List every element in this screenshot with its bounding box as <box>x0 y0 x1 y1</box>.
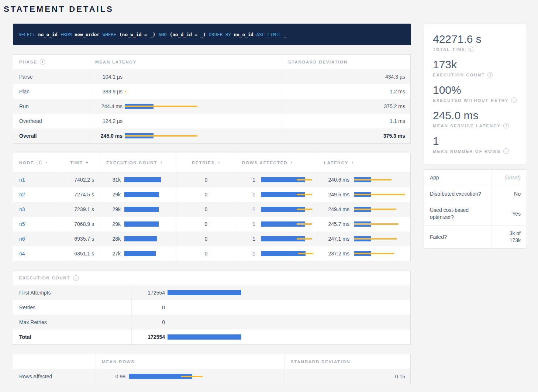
retries-value: 0 <box>176 246 236 261</box>
phase-label: Parse <box>13 69 89 84</box>
app-value: (unset) <box>504 174 521 181</box>
phase-label: Plan <box>13 84 89 99</box>
stat-mean-service-latency: 245.0 ms MEAN SERVICE LATENCYi <box>433 109 518 128</box>
latency-column-header[interactable]: LATENCY ▼ <box>318 153 411 172</box>
std-dev-value: 434.3 µs <box>282 69 411 84</box>
rows-affected-header-label: ROWS AFFECTED <box>242 161 287 165</box>
summary-stats-card: 42271.6 s TOTAL TIMEi 173k EXECUTION COU… <box>424 24 527 164</box>
app-details-card: App (unset) Distributed execution? No Us… <box>424 169 527 249</box>
sql-identifier: no_o_id <box>234 32 254 37</box>
rows-affected-column-header[interactable]: ROWS AFFECTED ▼ <box>236 153 318 172</box>
execution-count-column-header[interactable]: EXECUTION COUNT ▼ <box>100 153 176 172</box>
time-value: 7274.5 s <box>64 187 100 202</box>
phase-label: Overhead <box>13 114 89 128</box>
stat-value: 173k <box>433 58 518 71</box>
latency-value: 249.4 ms <box>324 206 349 212</box>
distributed-execution-row: Distributed execution? No <box>424 186 527 202</box>
sort-desc-icon[interactable]: ▼ <box>351 161 354 164</box>
node-link[interactable]: n6 <box>19 236 25 242</box>
app-row: App (unset) <box>424 170 527 186</box>
mean-rows-value: 0.98 <box>102 374 125 379</box>
std-dev-value: 375.2 ms <box>282 99 411 114</box>
sql-keyword: AND <box>158 32 167 37</box>
rows-affected-value: 1 <box>242 206 255 212</box>
sql-expression: (no_d_id = _) <box>170 32 206 37</box>
stat-executed-without-retry: 100% EXECUTED WITHOUT RETRYi <box>433 84 518 103</box>
execution-count-value: 28k <box>106 236 121 242</box>
sort-desc-icon[interactable]: ▼ <box>160 161 163 164</box>
sql-keyword: ASC LIMIT <box>256 32 282 37</box>
time-value: 7239.1 s <box>64 202 100 217</box>
info-icon[interactable]: i <box>503 123 509 128</box>
table-row: n5 7068.9 s 29k 0 1 245.7 ms <box>13 217 410 231</box>
execution-count-table: EXECUTION COUNT i First Attempts 172554 … <box>13 271 411 345</box>
sql-keyword: ORDER BY <box>209 32 231 37</box>
info-icon[interactable]: i <box>73 275 79 281</box>
retries-value: 0 <box>176 172 236 187</box>
sql-keyword: FROM <box>61 32 72 37</box>
latency-value: 240.6 ms <box>324 177 349 183</box>
stat-value: 245.0 ms <box>433 109 518 122</box>
sql-statement-box: SELECT no_o_id FROM new_order WHERE (no_… <box>13 24 411 45</box>
app-label: App <box>430 174 439 181</box>
std-dev-value: 375.3 ms <box>282 128 411 143</box>
phase-row-overall: Overall 245.0 ms 375.3 ms <box>13 128 410 143</box>
stat-value: 42271.6 s <box>433 33 518 45</box>
std-dev-value: 1.1 ms <box>282 114 411 128</box>
info-icon[interactable]: i <box>487 72 493 78</box>
latency-value: 245.7 ms <box>324 221 349 227</box>
info-icon[interactable]: i <box>468 47 473 52</box>
row-value: 3k of 173k <box>497 230 521 244</box>
sort-desc-icon[interactable]: ▼ <box>86 161 89 164</box>
table-row: First Attempts 172554 <box>13 285 410 300</box>
info-icon[interactable]: i <box>503 148 509 154</box>
page-title: STATEMENT DETAILS <box>4 4 527 14</box>
execution-count-value: 29k <box>106 192 121 197</box>
rows-affected-value: 1 <box>242 236 255 242</box>
sort-desc-icon[interactable]: ▼ <box>290 161 293 164</box>
sort-desc-icon[interactable]: ▼ <box>45 161 48 164</box>
phase-row-run: Run 244.4 ms 375.2 ms <box>13 99 410 114</box>
node-column-header[interactable]: NODE i ▼ <box>13 153 64 172</box>
row-label: Total <box>13 330 131 344</box>
phase-label: Overall <box>13 128 89 143</box>
stat-label: EXECUTION COUNT <box>433 73 485 77</box>
retries-value: 0 <box>176 202 236 217</box>
table-row: n6 6935.7 s 28k 0 1 247.1 ms <box>13 231 410 246</box>
time-value: 6351.1 s <box>64 246 100 261</box>
table-row: n1 7402.2 s 31k 0 1 240.6 ms <box>13 172 410 187</box>
phase-row-parse: Parse 104.1 µs 434.3 µs <box>13 69 410 84</box>
stat-mean-number-of-rows: 1 MEAN NUMBER OF ROWSi <box>433 135 518 154</box>
node-link[interactable]: n4 <box>19 251 25 257</box>
retries-column-header[interactable]: RETRIES ▼ <box>176 153 236 172</box>
time-column-header[interactable]: TIME ▼ <box>64 153 100 172</box>
table-row: n4 6351.1 s 27k 0 1 237.2 ms <box>13 246 410 261</box>
node-link[interactable]: n2 <box>19 192 25 197</box>
time-value: 7402.2 s <box>64 172 100 187</box>
info-icon[interactable]: i <box>40 59 45 65</box>
phase-row-overhead: Overhead 124.2 µs 1.1 ms <box>13 114 410 128</box>
info-icon[interactable]: i <box>37 160 42 165</box>
table-row: Retries 0 <box>13 300 410 315</box>
node-link[interactable]: n5 <box>19 221 25 227</box>
time-value: 6935.7 s <box>64 231 100 246</box>
row-value: No <box>514 190 521 197</box>
stat-value: 100% <box>433 84 518 96</box>
sql-keyword: SELECT <box>18 32 35 37</box>
latency-header-label: LATENCY <box>324 161 348 165</box>
table-row: n3 7239.1 s 29k 0 1 249.4 ms <box>13 202 410 217</box>
phase-latency-table: PHASE i MEAN LATENCY STANDARD DEVIATION … <box>13 54 411 144</box>
info-icon[interactable]: i <box>511 97 517 103</box>
node-link[interactable]: n1 <box>19 177 25 183</box>
node-link[interactable]: n3 <box>19 206 25 212</box>
count-value: 0 <box>138 319 165 325</box>
sort-desc-icon[interactable]: ▼ <box>217 161 220 164</box>
count-value: 172554 <box>138 290 165 296</box>
sql-identifier: new_order <box>75 32 100 37</box>
row-label: First Attempts <box>13 285 131 300</box>
latency-value: 249.6 ms <box>324 192 349 197</box>
standard-deviation-column-header: STANDARD DEVIATION <box>282 55 411 69</box>
count-value: 172554 <box>138 334 165 340</box>
mean-rows-column-header: MEAN ROWS <box>96 354 284 369</box>
phase-header-label: PHASE <box>19 60 37 64</box>
